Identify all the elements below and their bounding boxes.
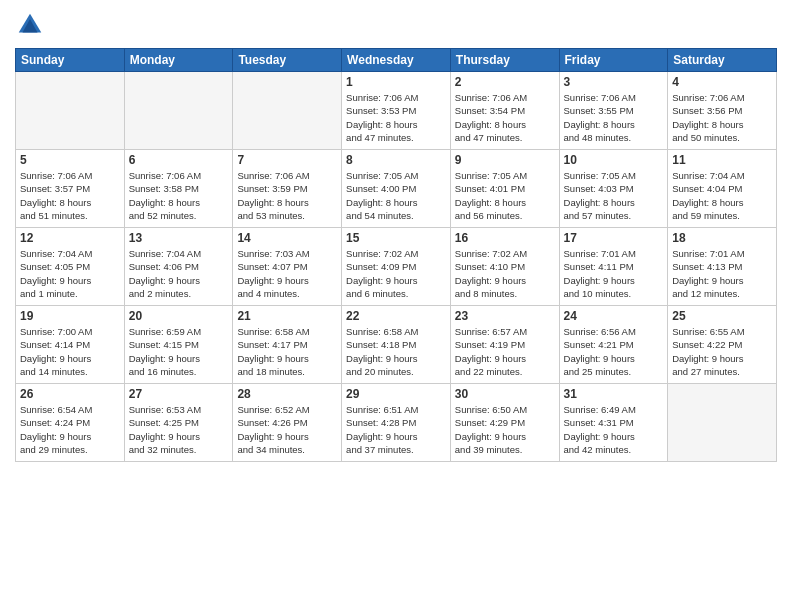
day-number: 2 — [455, 75, 555, 89]
calendar-day-header: Tuesday — [233, 49, 342, 72]
day-info: Sunrise: 6:58 AM Sunset: 4:18 PM Dayligh… — [346, 325, 446, 378]
calendar-day-cell: 6Sunrise: 7:06 AM Sunset: 3:58 PM Daylig… — [124, 150, 233, 228]
calendar-day-cell: 29Sunrise: 6:51 AM Sunset: 4:28 PM Dayli… — [342, 384, 451, 462]
calendar-day-cell: 11Sunrise: 7:04 AM Sunset: 4:04 PM Dayli… — [668, 150, 777, 228]
calendar-day-cell: 10Sunrise: 7:05 AM Sunset: 4:03 PM Dayli… — [559, 150, 668, 228]
day-number: 29 — [346, 387, 446, 401]
day-number: 19 — [20, 309, 120, 323]
calendar-day-cell: 26Sunrise: 6:54 AM Sunset: 4:24 PM Dayli… — [16, 384, 125, 462]
calendar-day-cell: 30Sunrise: 6:50 AM Sunset: 4:29 PM Dayli… — [450, 384, 559, 462]
day-number: 17 — [564, 231, 664, 245]
day-number: 20 — [129, 309, 229, 323]
day-number: 23 — [455, 309, 555, 323]
day-number: 25 — [672, 309, 772, 323]
calendar-day-cell: 18Sunrise: 7:01 AM Sunset: 4:13 PM Dayli… — [668, 228, 777, 306]
calendar-day-header: Wednesday — [342, 49, 451, 72]
calendar-day-cell — [124, 72, 233, 150]
day-number: 8 — [346, 153, 446, 167]
calendar-day-cell: 24Sunrise: 6:56 AM Sunset: 4:21 PM Dayli… — [559, 306, 668, 384]
day-info: Sunrise: 7:01 AM Sunset: 4:13 PM Dayligh… — [672, 247, 772, 300]
day-number: 7 — [237, 153, 337, 167]
calendar-day-cell: 14Sunrise: 7:03 AM Sunset: 4:07 PM Dayli… — [233, 228, 342, 306]
calendar-day-cell: 8Sunrise: 7:05 AM Sunset: 4:00 PM Daylig… — [342, 150, 451, 228]
calendar-day-header: Sunday — [16, 49, 125, 72]
day-number: 14 — [237, 231, 337, 245]
day-number: 3 — [564, 75, 664, 89]
calendar-day-cell: 22Sunrise: 6:58 AM Sunset: 4:18 PM Dayli… — [342, 306, 451, 384]
calendar-week-row: 19Sunrise: 7:00 AM Sunset: 4:14 PM Dayli… — [16, 306, 777, 384]
calendar-day-cell: 28Sunrise: 6:52 AM Sunset: 4:26 PM Dayli… — [233, 384, 342, 462]
day-number: 18 — [672, 231, 772, 245]
day-number: 10 — [564, 153, 664, 167]
day-info: Sunrise: 6:50 AM Sunset: 4:29 PM Dayligh… — [455, 403, 555, 456]
calendar-day-cell: 7Sunrise: 7:06 AM Sunset: 3:59 PM Daylig… — [233, 150, 342, 228]
day-info: Sunrise: 7:00 AM Sunset: 4:14 PM Dayligh… — [20, 325, 120, 378]
day-number: 12 — [20, 231, 120, 245]
calendar-day-cell: 3Sunrise: 7:06 AM Sunset: 3:55 PM Daylig… — [559, 72, 668, 150]
day-number: 9 — [455, 153, 555, 167]
calendar-day-cell: 23Sunrise: 6:57 AM Sunset: 4:19 PM Dayli… — [450, 306, 559, 384]
day-info: Sunrise: 7:06 AM Sunset: 3:55 PM Dayligh… — [564, 91, 664, 144]
day-number: 31 — [564, 387, 664, 401]
calendar-week-row: 1Sunrise: 7:06 AM Sunset: 3:53 PM Daylig… — [16, 72, 777, 150]
day-number: 24 — [564, 309, 664, 323]
day-number: 11 — [672, 153, 772, 167]
calendar-day-cell: 9Sunrise: 7:05 AM Sunset: 4:01 PM Daylig… — [450, 150, 559, 228]
calendar-day-cell: 5Sunrise: 7:06 AM Sunset: 3:57 PM Daylig… — [16, 150, 125, 228]
calendar-day-cell: 19Sunrise: 7:00 AM Sunset: 4:14 PM Dayli… — [16, 306, 125, 384]
day-info: Sunrise: 7:05 AM Sunset: 4:01 PM Dayligh… — [455, 169, 555, 222]
calendar-week-row: 5Sunrise: 7:06 AM Sunset: 3:57 PM Daylig… — [16, 150, 777, 228]
day-info: Sunrise: 7:06 AM Sunset: 3:54 PM Dayligh… — [455, 91, 555, 144]
day-number: 13 — [129, 231, 229, 245]
day-number: 4 — [672, 75, 772, 89]
header — [15, 10, 777, 40]
calendar-day-cell: 31Sunrise: 6:49 AM Sunset: 4:31 PM Dayli… — [559, 384, 668, 462]
page: SundayMondayTuesdayWednesdayThursdayFrid… — [0, 0, 792, 612]
calendar-day-header: Monday — [124, 49, 233, 72]
day-info: Sunrise: 6:55 AM Sunset: 4:22 PM Dayligh… — [672, 325, 772, 378]
day-info: Sunrise: 6:58 AM Sunset: 4:17 PM Dayligh… — [237, 325, 337, 378]
day-info: Sunrise: 7:02 AM Sunset: 4:09 PM Dayligh… — [346, 247, 446, 300]
day-info: Sunrise: 7:04 AM Sunset: 4:06 PM Dayligh… — [129, 247, 229, 300]
calendar-day-cell: 21Sunrise: 6:58 AM Sunset: 4:17 PM Dayli… — [233, 306, 342, 384]
calendar-day-cell: 25Sunrise: 6:55 AM Sunset: 4:22 PM Dayli… — [668, 306, 777, 384]
day-number: 26 — [20, 387, 120, 401]
day-info: Sunrise: 7:01 AM Sunset: 4:11 PM Dayligh… — [564, 247, 664, 300]
day-info: Sunrise: 6:56 AM Sunset: 4:21 PM Dayligh… — [564, 325, 664, 378]
logo — [15, 10, 49, 40]
day-number: 1 — [346, 75, 446, 89]
calendar-day-cell — [233, 72, 342, 150]
day-info: Sunrise: 6:52 AM Sunset: 4:26 PM Dayligh… — [237, 403, 337, 456]
calendar-day-cell: 2Sunrise: 7:06 AM Sunset: 3:54 PM Daylig… — [450, 72, 559, 150]
calendar-day-cell: 20Sunrise: 6:59 AM Sunset: 4:15 PM Dayli… — [124, 306, 233, 384]
day-number: 30 — [455, 387, 555, 401]
day-info: Sunrise: 7:06 AM Sunset: 3:56 PM Dayligh… — [672, 91, 772, 144]
day-number: 16 — [455, 231, 555, 245]
day-number: 28 — [237, 387, 337, 401]
calendar-day-cell: 13Sunrise: 7:04 AM Sunset: 4:06 PM Dayli… — [124, 228, 233, 306]
day-info: Sunrise: 7:06 AM Sunset: 3:58 PM Dayligh… — [129, 169, 229, 222]
day-number: 27 — [129, 387, 229, 401]
day-info: Sunrise: 7:05 AM Sunset: 4:00 PM Dayligh… — [346, 169, 446, 222]
day-number: 6 — [129, 153, 229, 167]
calendar-header-row: SundayMondayTuesdayWednesdayThursdayFrid… — [16, 49, 777, 72]
calendar-day-cell: 17Sunrise: 7:01 AM Sunset: 4:11 PM Dayli… — [559, 228, 668, 306]
day-info: Sunrise: 6:49 AM Sunset: 4:31 PM Dayligh… — [564, 403, 664, 456]
day-info: Sunrise: 7:06 AM Sunset: 3:53 PM Dayligh… — [346, 91, 446, 144]
day-info: Sunrise: 6:51 AM Sunset: 4:28 PM Dayligh… — [346, 403, 446, 456]
calendar-day-cell — [16, 72, 125, 150]
day-info: Sunrise: 7:04 AM Sunset: 4:05 PM Dayligh… — [20, 247, 120, 300]
day-info: Sunrise: 7:02 AM Sunset: 4:10 PM Dayligh… — [455, 247, 555, 300]
calendar-week-row: 26Sunrise: 6:54 AM Sunset: 4:24 PM Dayli… — [16, 384, 777, 462]
day-info: Sunrise: 6:59 AM Sunset: 4:15 PM Dayligh… — [129, 325, 229, 378]
calendar-day-cell: 4Sunrise: 7:06 AM Sunset: 3:56 PM Daylig… — [668, 72, 777, 150]
day-info: Sunrise: 7:05 AM Sunset: 4:03 PM Dayligh… — [564, 169, 664, 222]
day-info: Sunrise: 6:54 AM Sunset: 4:24 PM Dayligh… — [20, 403, 120, 456]
calendar-day-cell: 27Sunrise: 6:53 AM Sunset: 4:25 PM Dayli… — [124, 384, 233, 462]
day-number: 22 — [346, 309, 446, 323]
day-info: Sunrise: 7:06 AM Sunset: 3:57 PM Dayligh… — [20, 169, 120, 222]
calendar-week-row: 12Sunrise: 7:04 AM Sunset: 4:05 PM Dayli… — [16, 228, 777, 306]
day-info: Sunrise: 7:04 AM Sunset: 4:04 PM Dayligh… — [672, 169, 772, 222]
day-number: 5 — [20, 153, 120, 167]
calendar-day-cell: 15Sunrise: 7:02 AM Sunset: 4:09 PM Dayli… — [342, 228, 451, 306]
